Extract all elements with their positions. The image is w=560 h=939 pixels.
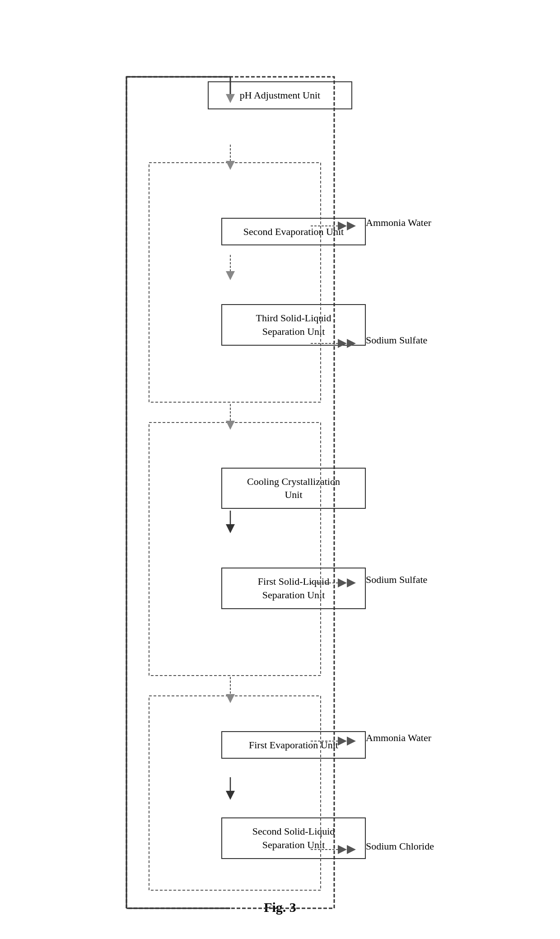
ph-adjustment-section: pH Adjustment Unit [208,81,352,109]
group-2: Cooling CrystallizationUnit First Solid-… [208,432,379,636]
third-solid-liquid-box: Third Solid-LiquidSeparation Unit [221,304,366,345]
svg-marker-10 [226,161,235,170]
svg-marker-12 [226,421,235,430]
diagram-container: pH Adjustment Unit Second Evaporation Un… [32,18,528,886]
first-solid-liquid-box: First Solid-LiquidSeparation Unit [221,568,366,609]
group-3: First Evaporation Unit Second Solid-Liqu… [208,695,379,886]
group-1: Second Evaporation Unit Third Solid-Liqu… [208,182,379,373]
figure-caption: Fig. 3 [264,900,296,915]
second-solid-liquid-box: Second Solid-LiquidSeparation Unit [221,817,366,859]
second-evaporation-box: Second Evaporation Unit [221,218,366,246]
first-evaporation-label: First Evaporation Unit [249,738,338,752]
first-solid-liquid-label: First Solid-LiquidSeparation Unit [258,575,329,601]
cooling-crystallization-box: Cooling CrystallizationUnit [221,468,366,509]
ph-adjustment-label: pH Adjustment Unit [240,89,320,102]
second-solid-liquid-label: Second Solid-LiquidSeparation Unit [252,825,335,851]
second-evaporation-label: Second Evaporation Unit [243,225,344,239]
first-evaporation-box: First Evaporation Unit [221,731,366,759]
ph-adjustment-box: pH Adjustment Unit [208,81,352,109]
third-solid-liquid-label: Third Solid-LiquidSeparation Unit [256,311,331,338]
cooling-crystallization-label: Cooling CrystallizationUnit [247,475,340,502]
